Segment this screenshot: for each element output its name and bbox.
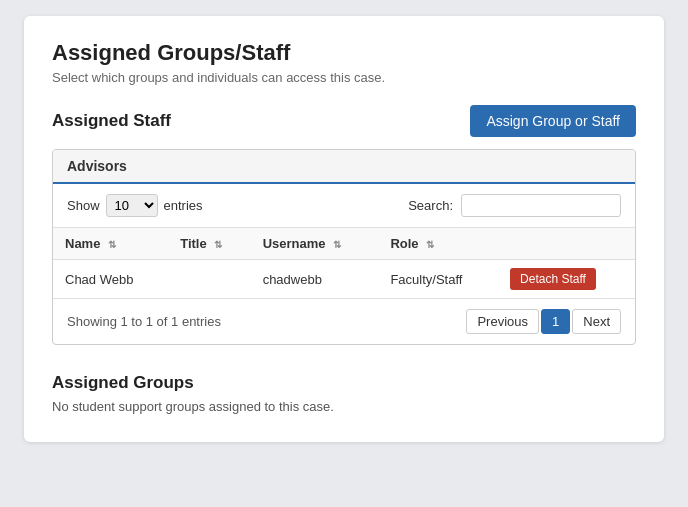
page-subtitle: Select which groups and individuals can … [52,70,636,85]
assign-group-staff-button[interactable]: Assign Group or Staff [470,105,636,137]
search-input[interactable] [461,194,621,217]
pagination: Previous 1 Next [466,309,621,334]
page-1-button[interactable]: 1 [541,309,570,334]
sort-icon-title: ⇅ [214,239,222,250]
assigned-staff-header: Assigned Staff Assign Group or Staff [52,105,636,137]
cell-title [168,260,250,299]
sort-icon-username: ⇅ [333,239,341,250]
sort-icon-name: ⇅ [108,239,116,250]
detach-staff-button[interactable]: Detach Staff [510,268,596,290]
advisors-card-header: Advisors [53,150,635,184]
groups-empty-text: No student support groups assigned to th… [52,399,636,414]
assigned-staff-title: Assigned Staff [52,111,171,131]
cell-username: chadwebb [251,260,379,299]
col-header-title[interactable]: Title ⇅ [168,228,250,260]
table-row: Chad Webb chadwebb Faculty/Staff Detach … [53,260,635,299]
main-card: Assigned Groups/Staff Select which group… [24,16,664,442]
sort-icon-role: ⇅ [426,239,434,250]
show-entries-control: Show 10 25 50 100 entries [67,194,203,217]
col-header-actions [498,228,635,260]
show-label: Show [67,198,100,213]
entries-per-page-select[interactable]: 10 25 50 100 [106,194,158,217]
col-header-name[interactable]: Name ⇅ [53,228,168,260]
col-header-username[interactable]: Username ⇅ [251,228,379,260]
next-button[interactable]: Next [572,309,621,334]
col-header-role[interactable]: Role ⇅ [378,228,498,260]
cell-action: Detach Staff [498,260,635,299]
table-controls: Show 10 25 50 100 entries Search: [53,184,635,228]
advisors-table-card: Advisors Show 10 25 50 100 entries Searc… [52,149,636,345]
previous-button[interactable]: Previous [466,309,539,334]
assigned-groups-title: Assigned Groups [52,373,636,393]
table-header-row: Name ⇅ Title ⇅ Username ⇅ Role ⇅ [53,228,635,260]
table-footer: Showing 1 to 1 of 1 entries Previous 1 N… [53,298,635,344]
cell-name: Chad Webb [53,260,168,299]
page-title: Assigned Groups/Staff [52,40,636,66]
search-area: Search: [408,194,621,217]
staff-table: Name ⇅ Title ⇅ Username ⇅ Role ⇅ [53,228,635,298]
showing-entries-text: Showing 1 to 1 of 1 entries [67,314,221,329]
cell-role: Faculty/Staff [378,260,498,299]
entries-label: entries [164,198,203,213]
search-label: Search: [408,198,453,213]
